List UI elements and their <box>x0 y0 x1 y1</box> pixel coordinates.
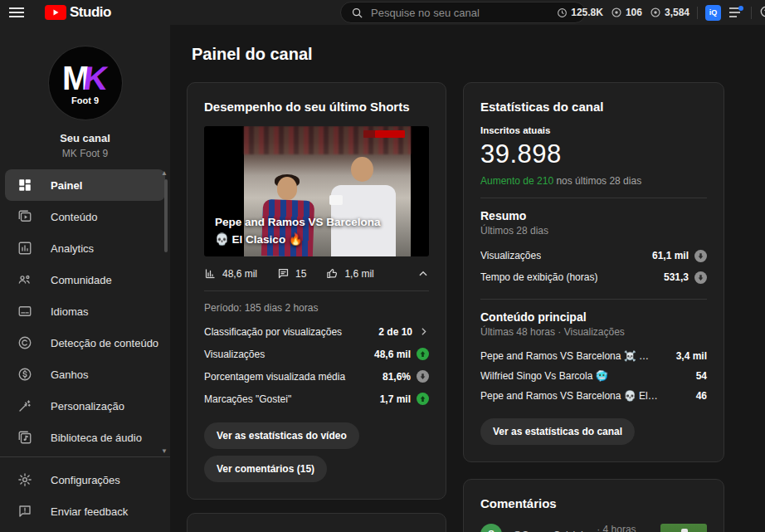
sidebar-item-configuracoes[interactable]: Configurações <box>5 464 165 495</box>
subscribers-growth: Aumento de 210 nos últimos 28 dias <box>480 175 707 187</box>
comments-card-title: Comentários <box>480 496 707 510</box>
summary-subtitle: Últimos 28 dias <box>480 225 707 237</box>
scorebug <box>375 130 405 138</box>
comment-item: S @SoaresSalsinha · 4 horas atrás Biarka… <box>480 524 707 532</box>
sidebar: M K Foot 9 Seu canal MK Foot 9 Painel <box>0 25 170 532</box>
summary-row-watch-time: Tempo de exibição (horas) 531,3 <box>480 266 707 288</box>
latest-short-card-title: Desempenho do seu último Shorts <box>204 100 429 114</box>
video-stats-button[interactable]: Ver as estatísticas do vídeo <box>204 422 359 449</box>
subtitles-icon <box>17 303 33 320</box>
notification-dot <box>738 6 743 11</box>
trend-down-icon <box>417 370 429 383</box>
subscribers-count: 39.898 <box>480 139 707 169</box>
sidebar-item-enviar-feedback[interactable]: Enviar feedback <box>5 495 165 527</box>
collapse-chevron-up-icon[interactable] <box>417 268 429 280</box>
logo-text: Studio <box>70 4 111 21</box>
trend-up-icon <box>417 348 429 360</box>
main-content: Painel do canal Desempenho do seu último… <box>170 25 765 532</box>
comment-video-thumbnail[interactable] <box>660 524 707 532</box>
feedback-icon <box>17 503 33 520</box>
content-icon <box>17 208 33 225</box>
comment-icon <box>277 267 290 280</box>
bar-chart-icon <box>204 267 217 280</box>
metric-row-ranking[interactable]: Classificação por visualizações 2 de 10 <box>204 320 429 343</box>
sidebar-footer: Configurações Enviar feedback <box>0 456 170 532</box>
top-content-row: Pepe and Ramos VS Barcelona 💀 El Clasico… <box>480 386 707 406</box>
audio-library-icon <box>17 429 33 446</box>
channel-stats-card: Estatísticas do canal Inscritos atuais 3… <box>463 82 724 462</box>
list-notification-icon[interactable] <box>728 5 743 20</box>
top-content-row: Wilfried Singo Vs Barcola 🥶 54 <box>480 366 707 386</box>
scroll-up-icon[interactable]: ▲ <box>161 169 168 177</box>
vidiq-icon[interactable]: iQ <box>705 5 721 21</box>
copyright-icon <box>17 334 33 351</box>
commenter-avatar[interactable]: S <box>480 524 502 532</box>
eye-icon <box>611 7 622 18</box>
menu-icon[interactable] <box>0 0 33 25</box>
topbar-right: 125.8K 106 3,584 iQ <box>557 0 765 25</box>
channel-stats-title: Estatísticas do canal <box>480 100 707 114</box>
community-icon <box>17 271 33 288</box>
views-stat-2: 3,584 <box>650 7 689 18</box>
divider <box>751 7 752 19</box>
sidebar-item-conteudo[interactable]: Conteúdo <box>5 201 165 232</box>
sidebar-item-personalizacao[interactable]: Personalização <box>5 390 165 422</box>
subscribers-label: Inscritos atuais <box>480 125 707 135</box>
clipped-icon <box>759 5 765 20</box>
search-box[interactable] <box>340 2 586 23</box>
channel-header: M K Foot 9 Seu canal MK Foot 9 <box>0 25 170 159</box>
top-content-row: Pepe and Ramos VS Barcelona ☠️ 🔥 🔥 3,4 m… <box>480 346 707 366</box>
views-stat-1: 106 <box>611 7 642 18</box>
avatar-caption: Foot 9 <box>49 95 122 105</box>
metric-row-avg-percentage: Porcentagem visualizada média 81,6% <box>204 365 429 388</box>
top-content-subtitle: Últimas 48 horas · Visualizações <box>480 326 707 338</box>
view-comments-button[interactable]: Ver comentários (15) <box>204 456 327 482</box>
avatar-letter-k: K <box>81 61 110 95</box>
channel-label: Seu canal <box>0 132 170 144</box>
divider <box>697 7 698 19</box>
comment-time: · 4 horas atrás <box>597 524 650 532</box>
youtube-studio-logo[interactable]: Studio <box>45 4 111 21</box>
summary-row-views: Visualizações 61,1 mil <box>480 245 707 266</box>
channel-name: MK Foot 9 <box>0 148 170 159</box>
sidebar-menu: Painel Conteúdo Analytics <box>0 169 170 456</box>
sidebar-item-analytics[interactable]: Analytics <box>5 232 165 264</box>
trend-down-icon <box>694 271 707 284</box>
chevron-right-icon <box>418 326 429 337</box>
likes-metric: 1,6 mil <box>326 267 373 280</box>
divider <box>480 299 707 300</box>
sidebar-item-idiomas[interactable]: Idiomas <box>5 295 165 327</box>
views-metric: 48,6 mil <box>204 267 257 280</box>
latest-post-card: Postagem mais recente <box>187 513 446 532</box>
video-title-overlay: Pepe and Ramos VS Barcelona 💀 El Clasico… <box>215 213 397 249</box>
divider <box>204 290 429 291</box>
divider <box>480 198 707 198</box>
youtube-play-icon <box>45 5 66 20</box>
sidebar-item-ganhos[interactable]: Ganhos <box>5 359 165 390</box>
comments-metric: 15 <box>277 267 306 280</box>
scroll-down-icon[interactable]: ▼ <box>161 447 168 455</box>
video-stats-row: 48,6 mil 15 1,6 mil <box>204 267 429 280</box>
channel-stats-button[interactable]: Ver as estatísticas do canal <box>480 418 635 445</box>
sidebar-item-comunidade[interactable]: Comunidade <box>5 264 165 295</box>
customization-icon <box>17 398 33 414</box>
earnings-icon <box>17 366 33 383</box>
clock-icon <box>557 7 568 18</box>
topbar: Studio 125.8K 106 3,584 iQ <box>0 0 765 25</box>
dashboard-icon <box>17 177 33 193</box>
comments-card: Comentários S @SoaresSalsinha · 4 horas … <box>463 479 724 532</box>
eye-icon <box>650 7 661 18</box>
sidebar-item-painel[interactable]: Painel <box>5 169 165 201</box>
search-input[interactable] <box>371 7 575 19</box>
top-content-title: Conteúdo principal <box>480 310 707 324</box>
short-video-thumbnail[interactable]: Pepe and Ramos VS Barcelona 💀 El Clasico… <box>204 126 429 256</box>
thumbs-up-icon <box>326 267 339 280</box>
analytics-icon <box>17 240 33 256</box>
watch-time-stat: 125.8K <box>557 7 603 18</box>
summary-title: Resumo <box>480 209 707 222</box>
sidebar-scrollbar-thumb[interactable] <box>164 179 168 252</box>
channel-avatar[interactable]: M K Foot 9 <box>49 46 122 120</box>
page-title: Painel do canal <box>192 45 765 64</box>
sidebar-item-biblioteca-audio[interactable]: Biblioteca de áudio <box>5 422 165 453</box>
sidebar-item-deteccao[interactable]: Detecção de conteúdo <box>5 327 165 359</box>
